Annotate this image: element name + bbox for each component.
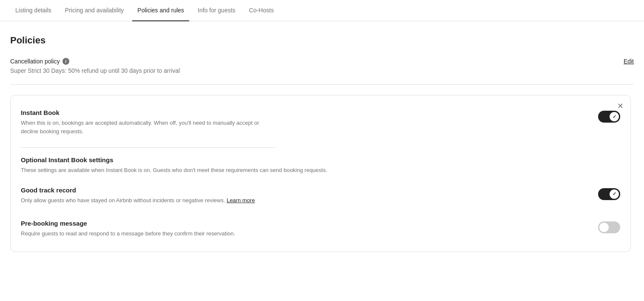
section-title: Policies	[10, 35, 634, 46]
tab-co-hosts[interactable]: Co-Hosts	[244, 0, 279, 21]
cancellation-label-row: Cancellation policy i	[10, 58, 180, 65]
instant-book-slider: ✓	[598, 111, 620, 123]
checkmark-icon-2: ✓	[613, 191, 616, 197]
good-track-record-toggle[interactable]: ✓	[598, 188, 620, 200]
info-icon[interactable]: i	[62, 58, 69, 65]
pre-booking-message-row: Pre-booking message Require guests to re…	[21, 216, 620, 241]
optional-settings-section: Optional Instant Book settings These set…	[21, 156, 620, 175]
cancellation-policy-row: Cancellation policy i Super Strict 30 Da…	[10, 58, 634, 85]
cancellation-policy-value: Super Strict 30 Days: 50% refund up unti…	[10, 67, 180, 74]
good-track-record-knob: ✓	[610, 189, 619, 199]
main-content: Policies Cancellation policy i Super Str…	[0, 21, 644, 266]
tab-info-guests[interactable]: Info for guests	[193, 0, 241, 21]
good-track-record-text: Good track record Only allow guests who …	[21, 186, 276, 205]
pre-booking-message-knob	[599, 223, 609, 232]
cancellation-policy-info: Cancellation policy i Super Strict 30 Da…	[10, 58, 180, 74]
close-button[interactable]: ✕	[617, 102, 624, 110]
cancellation-policy-label: Cancellation policy	[10, 58, 60, 65]
instant-book-card: ✕ Instant Book When this is on, bookings…	[10, 95, 631, 252]
good-track-record-row: Good track record Only allow guests who …	[21, 183, 620, 208]
optional-settings-desc: These settings are available when Instan…	[21, 166, 620, 175]
instant-book-title: Instant Book	[21, 109, 276, 116]
instant-book-knob: ✓	[610, 112, 619, 121]
instant-book-desc: When this is on, bookings are accepted a…	[21, 119, 276, 135]
good-track-record-desc-text: Only allow guests who have stayed on Air…	[21, 197, 227, 204]
checkmark-icon: ✓	[613, 114, 616, 120]
card-divider-1	[21, 147, 276, 148]
pre-booking-message-text: Pre-booking message Require guests to re…	[21, 220, 276, 238]
instant-book-text: Instant Book When this is on, bookings a…	[21, 109, 276, 135]
tab-listing-details[interactable]: Listing details	[10, 0, 57, 21]
nav-tabs: Listing details Pricing and availability…	[0, 0, 644, 21]
good-track-record-slider: ✓	[598, 188, 620, 200]
good-track-record-title: Good track record	[21, 186, 276, 194]
pre-booking-message-toggle[interactable]	[598, 221, 620, 233]
cancellation-edit-link[interactable]: Edit	[624, 58, 634, 65]
pre-booking-message-desc: Require guests to read and respond to a …	[21, 229, 276, 238]
tab-policies-rules[interactable]: Policies and rules	[132, 0, 189, 21]
instant-book-row: Instant Book When this is on, bookings a…	[21, 106, 620, 139]
good-track-record-desc: Only allow guests who have stayed on Air…	[21, 196, 276, 205]
instant-book-toggle[interactable]: ✓	[598, 111, 620, 123]
optional-settings-title: Optional Instant Book settings	[21, 156, 620, 163]
tab-pricing-availability[interactable]: Pricing and availability	[60, 0, 129, 21]
pre-booking-message-slider	[598, 221, 620, 233]
pre-booking-message-title: Pre-booking message	[21, 220, 276, 227]
learn-more-link[interactable]: Learn more	[227, 197, 255, 204]
